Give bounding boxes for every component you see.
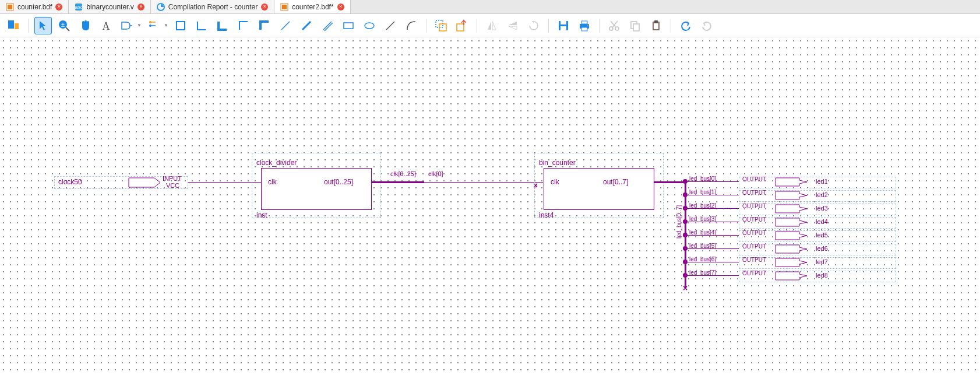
undo-icon[interactable] bbox=[677, 17, 695, 34]
svg-rect-40 bbox=[633, 24, 639, 31]
schematic-canvas[interactable]: clock50 INPUT VCC clock_divider clk out[… bbox=[0, 37, 980, 375]
net-label: led_bus[3] bbox=[689, 216, 716, 222]
output-pin-name: led6 bbox=[816, 245, 828, 252]
verilog-file-icon: abc bbox=[75, 3, 83, 11]
net-label: led_bus[6] bbox=[689, 256, 716, 262]
output-type-label: OUTPUT bbox=[742, 176, 766, 183]
output-pin-name: led3 bbox=[816, 205, 828, 212]
dangling-x-icon: × bbox=[683, 283, 688, 293]
output-type-label: OUTPUT bbox=[742, 203, 766, 209]
svg-line-11 bbox=[66, 27, 69, 31]
tab-compilation-report[interactable]: Compilation Report - counter × bbox=[151, 0, 274, 13]
output-pin-shape-icon bbox=[775, 218, 810, 227]
svg-rect-33 bbox=[581, 27, 587, 31]
separator bbox=[671, 19, 671, 33]
symbol-tool-icon[interactable] bbox=[118, 17, 136, 34]
tab-binarycounter-v[interactable]: abc binarycounter.v × bbox=[69, 0, 150, 13]
line-icon[interactable] bbox=[382, 17, 399, 34]
svg-rect-22 bbox=[344, 23, 353, 29]
partial-line-icon[interactable] bbox=[453, 17, 471, 34]
wire[interactable] bbox=[188, 182, 261, 183]
output-type-label: OUTPUT bbox=[742, 243, 766, 250]
oval-icon[interactable] bbox=[361, 17, 378, 34]
save-icon[interactable] bbox=[555, 17, 572, 34]
separator bbox=[28, 19, 29, 33]
orthogonal-conduit-icon[interactable] bbox=[235, 17, 252, 34]
rotate-icon[interactable] bbox=[525, 17, 542, 34]
net-label: led_bus[0] bbox=[689, 176, 716, 182]
pin-tool-icon[interactable] bbox=[145, 17, 163, 34]
flip-vertical-icon[interactable] bbox=[504, 17, 521, 34]
bus-wire[interactable] bbox=[372, 181, 424, 183]
input-pin-name: clock50 bbox=[58, 178, 82, 186]
output-pin-shape-icon bbox=[775, 204, 810, 213]
text-tool-icon[interactable]: A bbox=[97, 17, 115, 34]
pointer-tool-icon[interactable] bbox=[34, 17, 52, 34]
wire[interactable] bbox=[424, 182, 543, 183]
conduit-icon[interactable] bbox=[256, 17, 273, 34]
input-type-label: INPUT bbox=[163, 175, 182, 182]
output-type-label: OUTPUT bbox=[742, 257, 766, 263]
output-pin-name: led2 bbox=[816, 191, 828, 198]
close-icon[interactable]: × bbox=[55, 3, 62, 10]
output-pin-name: led5 bbox=[816, 232, 828, 239]
close-icon[interactable]: × bbox=[261, 3, 268, 10]
output-pin-shape-icon bbox=[775, 231, 810, 240]
redo-icon[interactable] bbox=[698, 17, 715, 34]
window-tool-icon[interactable] bbox=[5, 17, 22, 34]
svg-line-18 bbox=[281, 22, 290, 30]
rectangle-icon[interactable] bbox=[340, 17, 357, 34]
svg-text:abc: abc bbox=[75, 5, 83, 10]
svg-rect-27 bbox=[457, 24, 464, 31]
orthogonal-node-icon[interactable] bbox=[193, 17, 210, 34]
block-instance: inst4 bbox=[539, 211, 554, 219]
svg-point-34 bbox=[587, 24, 588, 26]
net-label: clk[0..25] bbox=[390, 170, 416, 177]
dropdown-icon[interactable]: ▼ bbox=[137, 23, 142, 28]
copy-icon[interactable] bbox=[626, 17, 644, 34]
output-type-label: OUTPUT bbox=[742, 190, 766, 196]
hand-tool-icon[interactable] bbox=[76, 17, 94, 34]
net-label: led_bus[5] bbox=[689, 243, 716, 249]
tab-counter2-bdf[interactable]: counter2.bdf* × bbox=[274, 0, 350, 13]
svg-rect-29 bbox=[560, 21, 566, 24]
tab-counter-bdf[interactable]: counter.bdf × bbox=[0, 0, 69, 13]
print-icon[interactable] bbox=[576, 17, 593, 34]
block-instance: inst bbox=[256, 211, 267, 219]
svg-rect-17 bbox=[177, 22, 185, 30]
arc-icon[interactable] bbox=[403, 17, 420, 34]
svg-rect-43 bbox=[654, 23, 658, 29]
diagonal-bus-icon[interactable] bbox=[298, 17, 315, 34]
svg-line-24 bbox=[386, 22, 394, 30]
close-icon[interactable]: × bbox=[337, 3, 344, 10]
orthogonal-bus-icon[interactable] bbox=[214, 17, 231, 34]
dropdown-icon[interactable]: ▼ bbox=[164, 23, 168, 28]
svg-rect-7 bbox=[8, 20, 14, 29]
bus-wire[interactable] bbox=[654, 181, 686, 183]
svg-rect-1 bbox=[8, 5, 12, 9]
paste-icon[interactable] bbox=[647, 17, 665, 34]
rubberband-icon[interactable] bbox=[432, 17, 450, 34]
block-tool-icon[interactable] bbox=[172, 17, 189, 34]
diagonal-node-icon[interactable] bbox=[277, 17, 294, 34]
svg-rect-6 bbox=[282, 5, 287, 9]
tab-bar: counter.bdf × abc binarycounter.v × Comp… bbox=[0, 0, 980, 14]
block-body bbox=[544, 168, 654, 210]
svg-point-23 bbox=[365, 23, 374, 29]
net-label: led_bus[4] bbox=[689, 229, 716, 236]
svg-text:A: A bbox=[103, 20, 110, 31]
svg-point-15 bbox=[149, 21, 151, 23]
cut-icon[interactable] bbox=[605, 17, 623, 34]
output-type-label: OUTPUT bbox=[742, 270, 766, 276]
tab-label: counter.bdf bbox=[17, 3, 52, 11]
svg-rect-32 bbox=[581, 21, 587, 24]
output-type-label: OUTPUT bbox=[742, 230, 766, 236]
net-label: led_bus[1] bbox=[689, 189, 716, 195]
bdf-file-icon bbox=[280, 3, 288, 11]
svg-rect-30 bbox=[560, 26, 566, 30]
diagonal-conduit-icon[interactable] bbox=[319, 17, 336, 34]
flip-horizontal-icon[interactable] bbox=[483, 17, 500, 34]
close-icon[interactable]: × bbox=[138, 3, 144, 10]
report-icon bbox=[157, 3, 165, 11]
zoom-tool-icon[interactable]: ± bbox=[55, 17, 73, 34]
